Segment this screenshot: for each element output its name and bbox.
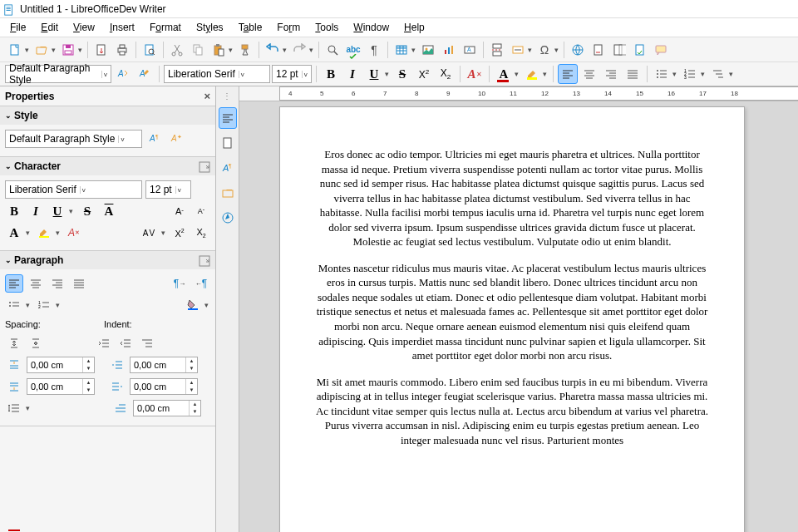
sb-ltr-button[interactable]: ¶→ [170, 274, 189, 293]
menu-styles[interactable]: Styles [190, 20, 230, 35]
number-list-button[interactable]: 123 [680, 64, 700, 84]
dropdown-icon[interactable]: ▾ [701, 70, 705, 78]
spin-up[interactable]: ▲ [186, 379, 197, 387]
spin-down[interactable]: ▼ [83, 365, 94, 372]
font-size-combo[interactable]: 12 ptv [272, 65, 312, 83]
dropdown-icon[interactable]: ▾ [229, 46, 233, 54]
sb-italic-button[interactable]: I [27, 202, 45, 220]
menu-view[interactable]: View [66, 20, 101, 35]
insert-textbox-button[interactable]: A [460, 40, 480, 60]
menu-table[interactable]: Table [232, 20, 269, 35]
spin-up[interactable]: ▲ [186, 357, 197, 365]
dropdown-icon[interactable]: ▾ [26, 229, 30, 237]
close-icon[interactable]: × [204, 90, 210, 102]
menu-help[interactable]: Help [397, 20, 431, 35]
align-right-button[interactable] [601, 64, 621, 84]
spin-down[interactable]: ▼ [83, 387, 94, 394]
horizontal-ruler[interactable]: 456789101112131415161718 [239, 86, 798, 101]
clone-formatting-button[interactable] [235, 40, 255, 60]
paragraph[interactable]: Montes nascetur ridiculus mus mauris vit… [313, 261, 711, 363]
dropdown-icon[interactable]: ▾ [385, 70, 389, 78]
open-button[interactable] [32, 40, 52, 60]
sb-highlight-button[interactable] [35, 224, 53, 242]
find-button[interactable] [323, 40, 342, 60]
bullet-list-button[interactable] [652, 64, 672, 84]
document-page[interactable]: Eros donec ac odio tempor. Ultricies mi … [279, 106, 745, 532]
paragraph[interactable]: Eros donec ac odio tempor. Ultricies mi … [313, 147, 711, 249]
sb-align-right-button[interactable] [48, 274, 66, 293]
space-above-input[interactable]: 0,00 cm▲▼ [27, 357, 95, 373]
paste-button[interactable] [209, 40, 229, 60]
sb-grow-font-button[interactable]: Aˆ [170, 202, 189, 220]
highlight-button[interactable] [522, 64, 542, 84]
underline-button[interactable]: U [364, 64, 384, 84]
sidebar-font-combo[interactable]: Liberation Serifv [5, 180, 142, 199]
paragraph[interactable]: Mi sit amet mauris commodo. Libero enim … [313, 375, 711, 448]
formatting-marks-button[interactable]: ¶ [364, 40, 384, 60]
menu-edit[interactable]: Edit [34, 20, 65, 35]
insert-bookmark-button[interactable] [609, 40, 629, 60]
insert-table-button[interactable] [392, 40, 411, 60]
decrease-indent-icon[interactable] [116, 334, 135, 352]
increase-indent-icon[interactable] [95, 334, 113, 352]
menu-tools[interactable]: Tools [308, 20, 345, 35]
sidebar-paragraph-style-combo[interactable]: Default Paragraph Stylev [5, 130, 142, 148]
dropdown-icon[interactable]: ▾ [56, 229, 60, 237]
dropdown-icon[interactable]: ▾ [69, 207, 73, 215]
italic-button[interactable]: I [342, 64, 362, 84]
indent-before-input[interactable]: 0,00 cm▲▼ [130, 357, 198, 373]
dropdown-icon[interactable]: ▾ [309, 46, 313, 54]
new-style-button[interactable]: A [135, 64, 155, 84]
dropdown-icon[interactable]: ▾ [283, 46, 287, 54]
dropdown-icon[interactable]: ▾ [672, 70, 677, 78]
dropdown-icon[interactable]: ▾ [204, 301, 209, 309]
spin-down[interactable]: ▼ [190, 408, 200, 416]
sidebar-tab-gallery[interactable] [219, 182, 237, 204]
dropdown-icon[interactable]: ▾ [52, 46, 56, 54]
sidebar-tab-properties[interactable] [219, 107, 237, 129]
insert-field-button[interactable] [508, 40, 528, 60]
dropdown-icon[interactable]: ▾ [56, 301, 60, 309]
more-options-icon[interactable] [199, 160, 210, 172]
sb-bgcolor-button[interactable] [184, 296, 202, 314]
undo-button[interactable] [263, 40, 283, 60]
sb-overline-button[interactable]: A [100, 202, 118, 220]
sb-numberlist-button[interactable]: 12 [35, 296, 53, 314]
insert-symbol-button[interactable]: Ω [534, 40, 554, 60]
insert-hyperlink-button[interactable] [568, 40, 588, 60]
menu-file[interactable]: File [3, 20, 32, 35]
more-options-icon[interactable] [199, 254, 210, 266]
dropdown-icon[interactable]: ▾ [26, 301, 30, 309]
dropdown-icon[interactable]: ▾ [729, 70, 733, 78]
spin-up[interactable]: ▲ [190, 401, 200, 408]
dropdown-icon[interactable]: ▾ [543, 70, 547, 78]
outline-button[interactable] [708, 64, 728, 84]
indent-after-input[interactable]: 0,00 cm▲▼ [130, 378, 198, 395]
increase-spacing-icon[interactable] [5, 334, 23, 352]
sb-subscript-button[interactable]: X2 [192, 224, 210, 242]
sidebar-menu-icon[interactable]: ⋮ [223, 91, 232, 101]
cut-button[interactable] [167, 40, 187, 60]
font-color-button[interactable]: A [494, 64, 514, 84]
hanging-indent-icon[interactable] [138, 334, 156, 352]
dropdown-icon[interactable]: ▾ [25, 46, 29, 54]
insert-chart-button[interactable] [439, 40, 459, 60]
superscript-button[interactable]: X2 [414, 64, 434, 84]
sidebar-fontsize-combo[interactable]: 12 ptv [145, 180, 191, 199]
dropdown-icon[interactable]: ▾ [78, 46, 82, 54]
decrease-spacing-icon[interactable] [27, 334, 45, 352]
spin-up[interactable]: ▲ [83, 379, 94, 387]
space-below-input[interactable]: 0,00 cm▲▼ [27, 378, 95, 395]
sb-align-left-button[interactable] [5, 274, 23, 293]
spin-down[interactable]: ▼ [186, 387, 197, 394]
align-center-button[interactable] [579, 64, 599, 84]
sidebar-tab-page[interactable] [219, 132, 237, 154]
sb-rtl-button[interactable]: ←¶ [192, 274, 210, 293]
dropdown-icon[interactable]: ▾ [411, 46, 416, 54]
align-justify-button[interactable] [623, 64, 643, 84]
linespacing-icon[interactable] [5, 399, 23, 417]
menu-format[interactable]: Format [143, 20, 188, 35]
sb-clearformat-button[interactable]: A✕ [65, 224, 83, 242]
insert-comment-button[interactable] [651, 40, 671, 60]
spin-down[interactable]: ▼ [186, 365, 197, 372]
